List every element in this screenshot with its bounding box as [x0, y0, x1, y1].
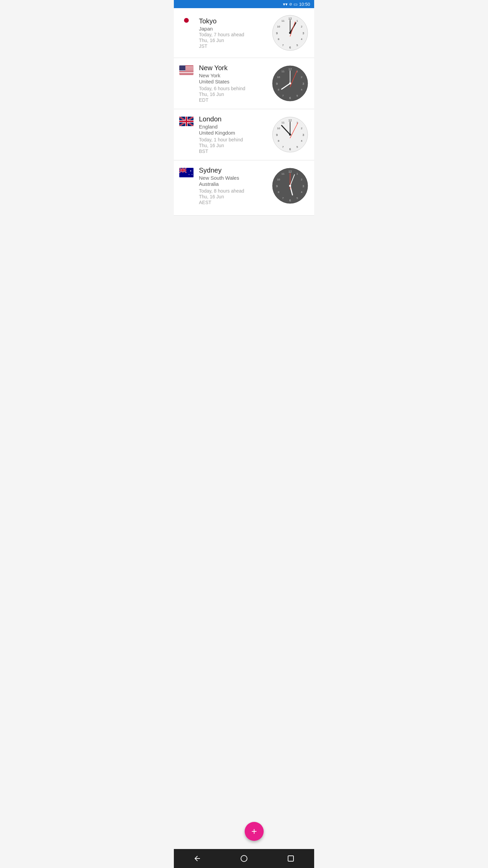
new-york-diff: Today, 6 hours behind [199, 86, 269, 91]
svg-text:7: 7 [282, 94, 284, 97]
tokyo-info: Tokyo Japan Today, 7 hours ahead Thu, 16… [199, 17, 269, 49]
clock-item-sydney[interactable]: ★ ★ ★ Sydney New South Wales Australia T… [174, 160, 314, 216]
svg-text:9: 9 [276, 82, 278, 85]
svg-text:12: 12 [288, 170, 292, 173]
flag-uk [179, 117, 194, 126]
new-york-tz: EDT [199, 97, 269, 103]
svg-point-73 [289, 185, 291, 187]
svg-text:4: 4 [301, 139, 303, 142]
clock-sydney: 12 3 6 9 1 2 4 5 11 10 8 7 [271, 167, 309, 204]
flag-japan [179, 16, 194, 25]
svg-text:5: 5 [297, 94, 298, 97]
svg-text:★: ★ [188, 174, 190, 175]
london-diff: Today, 1 hour behind [199, 137, 269, 142]
svg-text:★: ★ [191, 174, 193, 175]
svg-text:4: 4 [301, 191, 303, 194]
svg-text:6: 6 [289, 46, 291, 49]
sydney-diff: Today, 8 hours ahead [199, 188, 269, 194]
new-york-country: United States [199, 79, 269, 84]
svg-text:9: 9 [276, 32, 278, 35]
svg-text:8: 8 [278, 88, 280, 91]
uk-flag-svg [179, 117, 194, 126]
svg-text:9: 9 [276, 133, 278, 137]
new-york-info: New York New York United States Today, 6… [199, 64, 269, 103]
status-time: 10:50 [299, 2, 310, 7]
new-york-name: New York [199, 64, 269, 72]
svg-text:1: 1 [297, 172, 298, 175]
clock-item-tokyo[interactable]: Tokyo Japan Today, 7 hours ahead Thu, 16… [174, 8, 314, 58]
svg-text:8: 8 [278, 38, 280, 41]
clock-london: 12 3 6 9 1 2 4 5 11 10 8 7 [271, 116, 309, 153]
svg-text:6: 6 [289, 147, 291, 151]
wifi-icon: ▾▾ [283, 2, 288, 7]
us-canton [179, 65, 185, 71]
svg-text:10: 10 [277, 127, 280, 130]
svg-text:11: 11 [282, 121, 285, 124]
tokyo-region: Japan [199, 26, 269, 32]
svg-text:★: ★ [190, 170, 191, 172]
sydney-name: Sydney [199, 166, 269, 174]
svg-point-16 [289, 32, 291, 34]
svg-text:5: 5 [297, 44, 298, 47]
sydney-date: Thu, 16 Jun [199, 194, 269, 199]
svg-text:3: 3 [302, 82, 304, 85]
sydney-tz: AEST [199, 200, 269, 205]
japan-flag-circle [184, 18, 189, 23]
status-bar: ▾▾ ⊘ ▭ 10:50 [174, 0, 314, 8]
svg-text:4: 4 [301, 88, 303, 91]
svg-text:12: 12 [288, 119, 292, 122]
svg-text:10: 10 [277, 76, 280, 79]
svg-text:7: 7 [282, 197, 284, 200]
svg-text:3: 3 [302, 133, 304, 137]
svg-text:5: 5 [297, 145, 298, 149]
svg-text:12: 12 [288, 67, 292, 71]
svg-text:12: 12 [288, 17, 292, 20]
tokyo-tz: JST [199, 43, 269, 49]
london-date: Thu, 16 Jun [199, 143, 269, 148]
svg-text:6: 6 [289, 96, 291, 100]
svg-text:2: 2 [301, 76, 303, 79]
london-region: England [199, 124, 269, 130]
svg-point-33 [289, 82, 291, 84]
svg-text:11: 11 [282, 70, 285, 73]
svg-text:11: 11 [282, 19, 285, 22]
clock-item-new-york[interactable]: New York New York United States Today, 6… [174, 58, 314, 109]
svg-text:1: 1 [297, 19, 298, 22]
tokyo-name: Tokyo [199, 17, 269, 25]
london-info: London England United Kingdom Today, 1 h… [199, 115, 269, 154]
svg-text:11: 11 [282, 172, 285, 175]
svg-text:4: 4 [301, 38, 303, 41]
clock-item-london[interactable]: London England United Kingdom Today, 1 h… [174, 109, 314, 160]
svg-text:10: 10 [277, 178, 280, 181]
flag-au: ★ ★ ★ [179, 168, 194, 177]
svg-text:2: 2 [301, 25, 303, 28]
clock-list: Tokyo Japan Today, 7 hours ahead Thu, 16… [174, 8, 314, 216]
svg-text:7: 7 [282, 44, 284, 47]
svg-text:3: 3 [302, 32, 304, 35]
svg-text:7: 7 [282, 145, 284, 149]
svg-text:10: 10 [277, 25, 280, 28]
sydney-country: Australia [199, 181, 269, 187]
signal-icon: ⊘ [289, 2, 292, 6]
tokyo-diff: Today, 7 hours ahead [199, 32, 269, 37]
flag-us [179, 65, 194, 75]
svg-text:6: 6 [289, 199, 291, 202]
sydney-info: Sydney New South Wales Australia Today, … [199, 166, 269, 205]
london-country: United Kingdom [199, 130, 269, 136]
au-flag-svg: ★ ★ ★ [179, 168, 194, 177]
london-name: London [199, 115, 269, 123]
svg-text:2: 2 [301, 178, 303, 181]
sydney-region: New South Wales [199, 175, 269, 181]
clock-tokyo: 12 3 6 9 1 2 4 5 11 10 8 7 [271, 14, 309, 52]
tokyo-date: Thu, 16 Jun [199, 38, 269, 43]
svg-point-51 [289, 134, 291, 136]
svg-text:3: 3 [302, 184, 304, 188]
svg-text:5: 5 [297, 197, 298, 200]
status-icons: ▾▾ ⊘ ▭ 10:50 [283, 2, 310, 7]
clock-new-york: 12 3 6 9 1 2 4 5 11 10 8 7 [271, 65, 309, 102]
new-york-date: Thu, 16 Jun [199, 92, 269, 97]
new-york-region: New York [199, 73, 269, 78]
svg-text:2: 2 [301, 127, 303, 130]
battery-icon: ▭ [293, 2, 298, 7]
svg-text:8: 8 [278, 139, 280, 142]
